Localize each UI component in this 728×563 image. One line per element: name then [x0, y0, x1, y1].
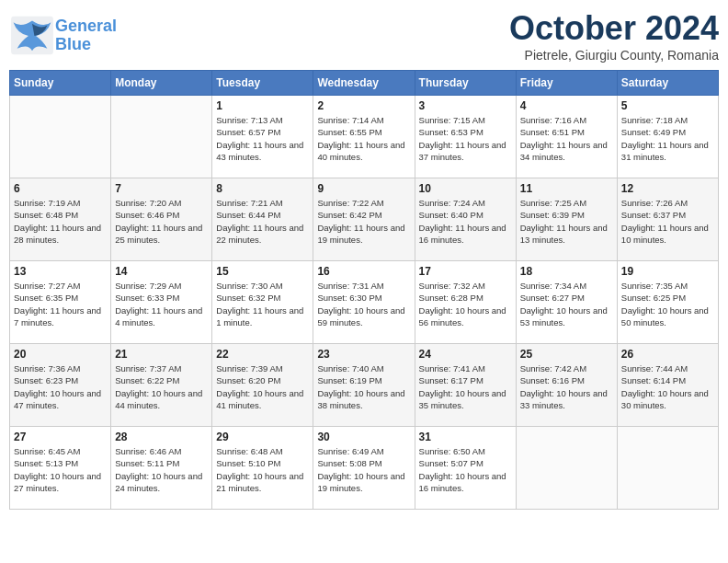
calendar-cell: 15Sunrise: 7:30 AMSunset: 6:32 PMDayligh…: [212, 261, 313, 344]
calendar-cell: 21Sunrise: 7:37 AMSunset: 6:22 PMDayligh…: [111, 344, 212, 427]
day-info: Sunrise: 7:31 AMSunset: 6:30 PMDaylight:…: [317, 280, 410, 328]
day-number: 11: [520, 182, 613, 195]
day-number: 22: [216, 348, 309, 361]
day-number: 23: [317, 348, 410, 361]
day-info: Sunrise: 7:44 AMSunset: 6:14 PMDaylight:…: [621, 362, 714, 411]
day-number: 24: [419, 348, 512, 361]
column-header-monday: Monday: [111, 71, 212, 96]
calendar-cell: 2Sunrise: 7:14 AMSunset: 6:55 PMDaylight…: [313, 96, 415, 178]
day-number: 31: [419, 431, 512, 443]
calendar-cell: 22Sunrise: 7:39 AMSunset: 6:20 PMDayligh…: [212, 344, 313, 427]
calendar-cell: 13Sunrise: 7:27 AMSunset: 6:35 PMDayligh…: [10, 261, 111, 344]
calendar-cell: 14Sunrise: 7:29 AMSunset: 6:33 PMDayligh…: [111, 261, 212, 344]
calendar-header-row: SundayMondayTuesdayWednesdayThursdayFrid…: [10, 71, 719, 96]
calendar-cell: 25Sunrise: 7:42 AMSunset: 6:16 PMDayligh…: [516, 344, 617, 427]
calendar-cell: 23Sunrise: 7:40 AMSunset: 6:19 PMDayligh…: [313, 344, 415, 427]
calendar-cell: 9Sunrise: 7:22 AMSunset: 6:42 PMDaylight…: [313, 178, 415, 261]
day-info: Sunrise: 6:46 AMSunset: 5:11 PMDaylight:…: [115, 445, 208, 494]
day-info: Sunrise: 7:41 AMSunset: 6:17 PMDaylight:…: [419, 362, 512, 411]
calendar-week-row: 6Sunrise: 7:19 AMSunset: 6:48 PMDaylight…: [10, 178, 719, 261]
day-info: Sunrise: 7:34 AMSunset: 6:27 PMDaylight:…: [520, 280, 613, 328]
day-number: 6: [14, 182, 107, 195]
day-info: Sunrise: 6:49 AMSunset: 5:08 PMDaylight:…: [317, 445, 410, 494]
calendar-cell: 17Sunrise: 7:32 AMSunset: 6:28 PMDayligh…: [415, 261, 516, 344]
calendar-cell: [617, 427, 718, 510]
day-number: 21: [115, 348, 208, 361]
day-number: 1: [216, 99, 309, 112]
calendar-table: SundayMondayTuesdayWednesdayThursdayFrid…: [9, 70, 719, 510]
day-info: Sunrise: 6:50 AMSunset: 5:07 PMDaylight:…: [419, 445, 512, 494]
logo-icon: [9, 15, 55, 56]
calendar-cell: 6Sunrise: 7:19 AMSunset: 6:48 PMDaylight…: [10, 178, 111, 261]
day-info: Sunrise: 7:42 AMSunset: 6:16 PMDaylight:…: [520, 362, 613, 411]
day-info: Sunrise: 7:19 AMSunset: 6:48 PMDaylight:…: [14, 197, 107, 246]
day-number: 28: [115, 431, 208, 443]
day-number: 8: [216, 182, 309, 195]
day-number: 15: [216, 265, 309, 278]
day-number: 25: [520, 348, 613, 361]
calendar-cell: 16Sunrise: 7:31 AMSunset: 6:30 PMDayligh…: [313, 261, 415, 344]
day-number: 16: [317, 265, 410, 278]
calendar-week-row: 20Sunrise: 7:36 AMSunset: 6:23 PMDayligh…: [10, 344, 719, 427]
column-header-sunday: Sunday: [10, 71, 111, 96]
day-info: Sunrise: 7:25 AMSunset: 6:39 PMDaylight:…: [520, 197, 613, 246]
day-number: 13: [14, 265, 107, 278]
day-number: 29: [216, 431, 309, 443]
day-info: Sunrise: 7:26 AMSunset: 6:37 PMDaylight:…: [621, 197, 714, 246]
location-subtitle: Pietrele, Giurgiu County, Romania: [509, 48, 719, 63]
day-info: Sunrise: 7:21 AMSunset: 6:44 PMDaylight:…: [216, 197, 309, 246]
column-header-thursday: Thursday: [415, 71, 516, 96]
calendar-cell: 20Sunrise: 7:36 AMSunset: 6:23 PMDayligh…: [10, 344, 111, 427]
day-info: Sunrise: 7:27 AMSunset: 6:35 PMDaylight:…: [14, 280, 107, 328]
day-number: 4: [520, 99, 613, 112]
day-number: 19: [621, 265, 714, 278]
day-number: 17: [419, 265, 512, 278]
column-header-friday: Friday: [516, 71, 617, 96]
calendar-week-row: 13Sunrise: 7:27 AMSunset: 6:35 PMDayligh…: [10, 261, 719, 344]
calendar-cell: 27Sunrise: 6:45 AMSunset: 5:13 PMDayligh…: [10, 427, 111, 510]
month-title: October 2024: [509, 9, 719, 48]
day-number: 7: [115, 182, 208, 195]
calendar-cell: 31Sunrise: 6:50 AMSunset: 5:07 PMDayligh…: [415, 427, 516, 510]
column-header-tuesday: Tuesday: [212, 71, 313, 96]
day-info: Sunrise: 7:36 AMSunset: 6:23 PMDaylight:…: [14, 362, 107, 411]
day-info: Sunrise: 7:13 AMSunset: 6:57 PMDaylight:…: [216, 114, 309, 163]
day-info: Sunrise: 7:24 AMSunset: 6:40 PMDaylight:…: [419, 197, 512, 246]
day-info: Sunrise: 6:45 AMSunset: 5:13 PMDaylight:…: [14, 445, 107, 494]
day-number: 9: [317, 182, 410, 195]
day-number: 2: [317, 99, 410, 112]
day-info: Sunrise: 7:20 AMSunset: 6:46 PMDaylight:…: [115, 197, 208, 246]
day-info: Sunrise: 7:39 AMSunset: 6:20 PMDaylight:…: [216, 362, 309, 411]
day-info: Sunrise: 7:22 AMSunset: 6:42 PMDaylight:…: [317, 197, 410, 246]
day-info: Sunrise: 7:15 AMSunset: 6:53 PMDaylight:…: [419, 114, 512, 163]
calendar-cell: 3Sunrise: 7:15 AMSunset: 6:53 PMDaylight…: [415, 96, 516, 178]
day-number: 10: [419, 182, 512, 195]
calendar-cell: 11Sunrise: 7:25 AMSunset: 6:39 PMDayligh…: [516, 178, 617, 261]
calendar-cell: 30Sunrise: 6:49 AMSunset: 5:08 PMDayligh…: [313, 427, 415, 510]
day-info: Sunrise: 7:32 AMSunset: 6:28 PMDaylight:…: [419, 280, 512, 328]
calendar-cell: [516, 427, 617, 510]
column-header-saturday: Saturday: [617, 71, 718, 96]
day-info: Sunrise: 7:18 AMSunset: 6:49 PMDaylight:…: [621, 114, 714, 163]
calendar-cell: 1Sunrise: 7:13 AMSunset: 6:57 PMDaylight…: [212, 96, 313, 178]
logo: General Blue: [9, 15, 117, 56]
day-number: 12: [621, 182, 714, 195]
calendar-cell: 4Sunrise: 7:16 AMSunset: 6:51 PMDaylight…: [516, 96, 617, 178]
day-number: 18: [520, 265, 613, 278]
day-info: Sunrise: 7:14 AMSunset: 6:55 PMDaylight:…: [317, 114, 410, 163]
day-info: Sunrise: 7:16 AMSunset: 6:51 PMDaylight:…: [520, 114, 613, 163]
day-number: 3: [419, 99, 512, 112]
calendar-cell: 28Sunrise: 6:46 AMSunset: 5:11 PMDayligh…: [111, 427, 212, 510]
calendar-cell: 26Sunrise: 7:44 AMSunset: 6:14 PMDayligh…: [617, 344, 718, 427]
calendar-cell: [10, 96, 111, 178]
day-number: 5: [621, 99, 714, 112]
calendar-cell: 29Sunrise: 6:48 AMSunset: 5:10 PMDayligh…: [212, 427, 313, 510]
day-info: Sunrise: 7:29 AMSunset: 6:33 PMDaylight:…: [115, 280, 208, 328]
day-info: Sunrise: 6:48 AMSunset: 5:10 PMDaylight:…: [216, 445, 309, 494]
day-info: Sunrise: 7:37 AMSunset: 6:22 PMDaylight:…: [115, 362, 208, 411]
day-info: Sunrise: 7:30 AMSunset: 6:32 PMDaylight:…: [216, 280, 309, 328]
calendar-week-row: 1Sunrise: 7:13 AMSunset: 6:57 PMDaylight…: [10, 96, 719, 178]
title-block: October 2024 Pietrele, Giurgiu County, R…: [509, 9, 719, 63]
logo-text: General Blue: [55, 17, 117, 54]
day-number: 30: [317, 431, 410, 443]
